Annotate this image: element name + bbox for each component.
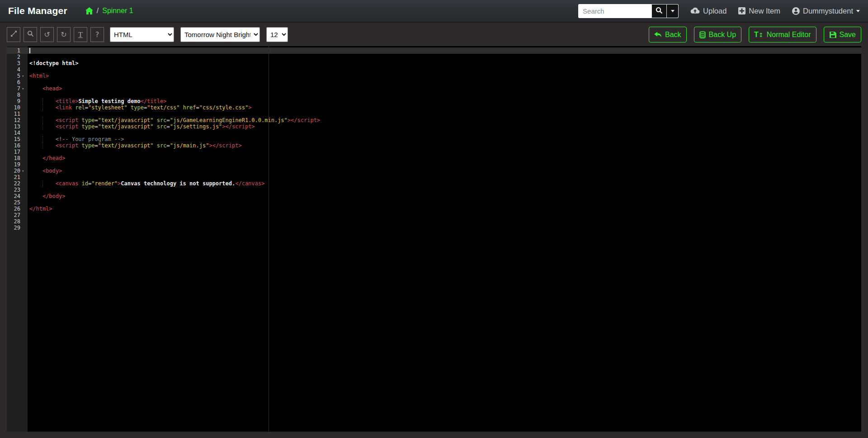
- code-line[interactable]: </body>: [28, 193, 861, 199]
- code-line[interactable]: [28, 161, 861, 168]
- code-line[interactable]: [28, 47, 861, 54]
- search-in-code-button[interactable]: [24, 27, 37, 42]
- code-line[interactable]: [28, 130, 861, 136]
- fold-marker-icon[interactable]: ▾: [22, 85, 28, 92]
- gutter-row: 24: [7, 193, 28, 199]
- code-line[interactable]: [28, 149, 861, 155]
- undo-icon: ↺: [44, 30, 50, 39]
- plus-square-icon: [738, 7, 745, 14]
- line-number: 6: [17, 79, 22, 85]
- line-number: 24: [14, 193, 22, 199]
- line-number: 29: [14, 225, 22, 231]
- gutter-row: 4: [7, 66, 28, 73]
- code-line[interactable]: <body>: [28, 168, 861, 174]
- editor-toolbar: ↺ ↻ T ? HTML Tomorrow Night Bright 12 Ba…: [0, 22, 868, 46]
- redo-button[interactable]: ↻: [57, 27, 71, 42]
- line-number: 17: [14, 149, 22, 155]
- backup-label: Back Up: [709, 31, 736, 39]
- code-line[interactable]: [28, 111, 861, 117]
- search-button[interactable]: [651, 4, 667, 18]
- fold-marker-icon[interactable]: ▾: [22, 168, 28, 174]
- breadcrumb: / Spinner 1: [85, 7, 133, 15]
- home-icon[interactable]: [85, 7, 93, 14]
- text-options-button[interactable]: T: [74, 27, 87, 42]
- code-line[interactable]: [28, 225, 861, 231]
- upload-button[interactable]: Upload: [690, 7, 726, 15]
- app-brand[interactable]: File Manager: [8, 5, 67, 16]
- line-number: 28: [14, 218, 22, 225]
- code-line[interactable]: [28, 199, 861, 206]
- line-number: 26: [14, 206, 22, 212]
- fold-marker-icon[interactable]: ▾: [22, 73, 28, 79]
- code-line[interactable]: <title>Simple testing demo</title>: [28, 98, 861, 104]
- code-line[interactable]: [28, 218, 861, 225]
- undo-button[interactable]: ↺: [40, 27, 54, 42]
- new-item-label: New Item: [749, 7, 780, 15]
- gutter-row: 1: [7, 47, 28, 54]
- code-editor[interactable]: 12345▾67▾891011121314151617181920▾212223…: [7, 46, 861, 432]
- code-line[interactable]: <script type="text/javascript" src="js/G…: [28, 117, 861, 123]
- cloud-upload-icon: [690, 7, 700, 14]
- code-line[interactable]: </html>: [28, 206, 861, 212]
- line-number: 21: [14, 174, 22, 180]
- backup-button[interactable]: Back Up: [694, 27, 741, 42]
- redo-icon: ↻: [61, 30, 66, 39]
- code-line[interactable]: [28, 92, 861, 98]
- code-line[interactable]: </head>: [28, 155, 861, 161]
- normal-editor-button[interactable]: T↕ Normal Editor: [749, 27, 816, 42]
- code-line[interactable]: [28, 187, 861, 193]
- gutter-row: 12: [7, 117, 28, 123]
- line-number: 23: [14, 187, 22, 193]
- help-button[interactable]: ?: [90, 27, 104, 42]
- search-options-button[interactable]: [667, 4, 679, 18]
- gutter-row: 26: [7, 206, 28, 212]
- language-mode-select[interactable]: HTML: [110, 27, 174, 42]
- code-line[interactable]: <canvas id="render">Canvas technology is…: [28, 180, 861, 187]
- magnifier-icon: [27, 30, 34, 39]
- code-line[interactable]: [28, 79, 861, 85]
- code-line[interactable]: [28, 66, 861, 73]
- fullscreen-button[interactable]: [7, 27, 20, 42]
- back-button[interactable]: Back: [649, 27, 687, 42]
- search-group: [578, 4, 679, 18]
- gutter-row: 14: [7, 130, 28, 136]
- gutter-row: 20▾: [7, 168, 28, 174]
- code-line[interactable]: [28, 212, 861, 218]
- line-number: 2: [17, 54, 22, 60]
- gutter-row: 19: [7, 161, 28, 168]
- font-size-select[interactable]: 12: [266, 27, 288, 42]
- gutter-row: 23: [7, 187, 28, 193]
- code-line[interactable]: [28, 54, 861, 60]
- line-number: 1: [17, 47, 22, 54]
- code-line[interactable]: <html>: [28, 73, 861, 79]
- back-label: Back: [665, 31, 681, 39]
- navbar-right: Upload New Item Dummystudent: [578, 4, 860, 18]
- line-number: 5: [17, 73, 22, 79]
- line-number: 11: [14, 111, 22, 117]
- gutter-row: 18: [7, 155, 28, 161]
- line-number: 7: [17, 85, 22, 92]
- line-number: 27: [14, 212, 22, 218]
- code-line[interactable]: <script type="text/javascript" src="js/s…: [28, 123, 861, 130]
- save-button[interactable]: Save: [824, 27, 861, 42]
- code-line[interactable]: <!doctype html>: [28, 60, 861, 66]
- search-input[interactable]: [578, 4, 651, 18]
- gutter-row: 9: [7, 98, 28, 104]
- text-cursor: [29, 48, 30, 53]
- code-line[interactable]: [28, 174, 861, 180]
- code-line[interactable]: <!-- Your program -->: [28, 136, 861, 142]
- theme-select[interactable]: Tomorrow Night Bright: [180, 27, 260, 42]
- code-line[interactable]: <script type="text/javascript" src="js/m…: [28, 142, 861, 149]
- new-item-button[interactable]: New Item: [738, 7, 780, 15]
- user-menu[interactable]: Dummystudent: [792, 7, 860, 15]
- editor-code-area[interactable]: <!doctype html><html> <head> <title>Simp…: [28, 46, 861, 432]
- code-line[interactable]: <head>: [28, 85, 861, 92]
- line-number: 8: [17, 92, 22, 98]
- gutter-row: 21: [7, 174, 28, 180]
- database-icon: [699, 31, 706, 38]
- gutter-row: 6: [7, 79, 28, 85]
- code-line[interactable]: <link rel="stylesheet" type="text/css" h…: [28, 104, 861, 111]
- breadcrumb-current[interactable]: Spinner 1: [102, 7, 133, 15]
- back-arrow-icon: [654, 32, 662, 38]
- gutter-row: 13: [7, 123, 28, 130]
